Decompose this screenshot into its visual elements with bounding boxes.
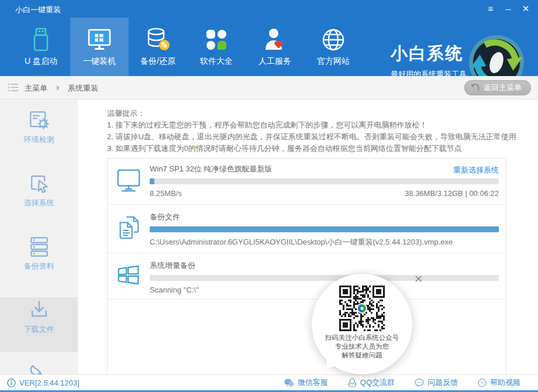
backup-progress-track (150, 226, 499, 232)
qr-text-line: 专业技术人员为您 (312, 342, 412, 351)
qq-icon (348, 378, 357, 387)
back-button-label: 返回主菜单 (484, 82, 522, 93)
svg-text:?: ? (481, 380, 484, 386)
menu-icon[interactable]: ≡ (482, 0, 499, 18)
list-icon (8, 83, 19, 92)
globe-icon (319, 26, 347, 54)
nav-item-human-service[interactable]: 人工服务 (246, 18, 304, 76)
backup-title: 备份文件 (150, 212, 499, 222)
download-row: Win7 SP1 32位 纯净绿色旗舰最新版 重新选择系统 8.25MB/s 3… (108, 159, 506, 205)
minimize-icon[interactable]: – (499, 0, 517, 18)
backup-progress-fill (150, 226, 499, 232)
nav-item-usb-boot[interactable]: U 盘启动 (12, 18, 70, 76)
footer-link-label: 微信客服 (298, 377, 328, 388)
qr-popup: 扫码关注小白系统公众号 专业技术人员为您 解答疑难问题 (312, 274, 412, 374)
qq-group-link[interactable]: QQ交流群 (348, 377, 395, 388)
download-size-time: 38.36MB/3.12GB | 00:06:22 (405, 189, 499, 198)
download-progress-fill (150, 178, 154, 184)
main-content: 温馨提示： 1. 接下来的过程无需您的干预，程序会帮助您自动完成剩下的步骤，您可… (78, 99, 538, 374)
breadcrumb-root[interactable]: 主菜单 (25, 83, 47, 94)
back-arrow-icon (470, 84, 480, 92)
brand: 小白系统 最好用的系统重装工具 (391, 42, 467, 80)
sidebar-label: 选择系统 (0, 198, 78, 208)
documents-icon (115, 214, 142, 241)
wechat-support-link[interactable]: 微信客服 (284, 377, 328, 388)
qr-close-icon[interactable]: ✕ (414, 273, 423, 286)
breadcrumb-current: 系统重装 (68, 83, 98, 94)
help-icon: ? (478, 379, 487, 387)
download-progress-track (150, 178, 499, 184)
title-bar: 小白一键重装 ≡ – ✕ (0, 0, 538, 18)
software-clover-icon (202, 26, 230, 54)
sidebar: 环境检测 选择系统 备份资料 (0, 99, 78, 374)
scan-row: 系统增量备份 Scanning "C:\" (108, 253, 506, 300)
breadcrumb: 主菜单 系统重装 返回主菜单 (0, 76, 538, 99)
footer-link-label: 帮助视频 (490, 377, 520, 388)
sidebar-label: 环境检测 (0, 135, 78, 145)
close-icon[interactable]: ✕ (517, 0, 534, 18)
brand-name: 小白系统 (391, 42, 467, 66)
sidebar-item-download-files[interactable]: 下载文件 (0, 297, 78, 352)
info-icon (7, 379, 16, 387)
nav-label: 人工服务 (246, 56, 304, 67)
nav-label: 官方网站 (304, 56, 363, 67)
sidebar-label: 备份资料 (0, 261, 78, 271)
qr-code (339, 286, 385, 331)
window-title: 小白一键重装 (15, 5, 61, 15)
version-text: VER[2.5.44.1203] (19, 379, 80, 387)
tip-line: 3. 如果遇到下载速度为0的情况时请耐心等待几分钟，服务器会自动根据您当前网络位… (107, 143, 516, 154)
footer-link-label: QQ交流群 (360, 377, 395, 388)
backup-data-icon (26, 234, 52, 260)
status-bar: VER[2.5.44.1203] 微信客服 (0, 374, 538, 392)
app-window: 小白一键重装 ≡ – ✕ U 盘启动 (0, 0, 538, 392)
select-system-icon (26, 171, 52, 197)
footer-link-label: 问题反馈 (427, 377, 458, 388)
breadcrumb-arrow-icon (57, 85, 63, 91)
tip-line: 1. 接下来的过程无需您的干预，程序会帮助您自动完成剩下的步骤，您可以离开电脑稍… (107, 119, 516, 131)
scan-title: 系统增量备份 (150, 260, 499, 271)
feedback-link[interactable]: 问题反馈 (415, 377, 458, 388)
nav-item-backup-restore[interactable]: 备份/还原 (129, 18, 187, 76)
qr-text-line: 解答疑难问题 (312, 351, 412, 360)
qr-text-line: 扫码关注小白系统公众号 (312, 333, 412, 342)
nav-item-one-click-install[interactable]: 一键装机 (70, 18, 129, 76)
nav-label: 一键装机 (70, 56, 129, 67)
person-heart-icon (261, 26, 289, 54)
sidebar-label: 下载文件 (0, 324, 78, 335)
nav-label: 软件大全 (187, 56, 246, 67)
monitor-install-icon (85, 26, 113, 54)
wechat-icon (284, 379, 294, 387)
download-speed: 8.25MB/s (150, 189, 182, 198)
version-block: VER[2.5.44.1203] (7, 379, 80, 387)
sidebar-item-env-check[interactable]: 环境检测 (0, 108, 78, 163)
nav-item-software[interactable]: 软件大全 (187, 18, 246, 76)
progress-panel: Win7 SP1 32位 纯净绿色旗舰最新版 重新选择系统 8.25MB/s 3… (107, 158, 506, 392)
sidebar-item-backup-data[interactable]: 备份资料 (0, 234, 78, 289)
env-check-icon (26, 108, 52, 133)
tip-line: 2. 请拔掉U盘、移动硬盘，退出光驱内的光盘，并保证系统重装过程不断电。否则重装… (107, 131, 516, 143)
back-to-main-menu-button[interactable]: 返回主菜单 (464, 80, 531, 95)
usb-drive-icon (27, 26, 55, 54)
top-nav: U 盘启动 一键装机 (0, 18, 538, 76)
feedback-bubble-icon (415, 379, 424, 387)
backup-path: C:\Users\Administrator.6GYGLI5KAOYGIIL\D… (150, 237, 453, 247)
backup-row: 备份文件 C:\Users\Administrator.6GYGLI5KAOYG… (108, 205, 506, 253)
tips-block: 温馨提示： 1. 接下来的过程无需您的干预，程序会帮助您自动完成剩下的步骤，您可… (107, 108, 516, 154)
nav-label: 备份/还原 (129, 56, 187, 67)
windows-flag-icon (115, 262, 142, 288)
tips-title: 温馨提示： (107, 108, 516, 119)
download-icon (26, 297, 52, 323)
reselect-system-link[interactable]: 重新选择系统 (453, 165, 499, 176)
download-title: Win7 SP1 32位 纯净绿色旗舰最新版 (150, 164, 499, 174)
help-video-link[interactable]: ? 帮助视频 (478, 377, 520, 388)
scan-status: Scanning "C:\" (150, 286, 199, 294)
nav-label: U 盘启动 (12, 56, 70, 67)
nav-item-official-site[interactable]: 官方网站 (304, 18, 363, 76)
monitor-outline-icon (115, 167, 142, 194)
database-backup-icon (144, 26, 172, 54)
sidebar-item-select-system[interactable]: 选择系统 (0, 171, 78, 226)
